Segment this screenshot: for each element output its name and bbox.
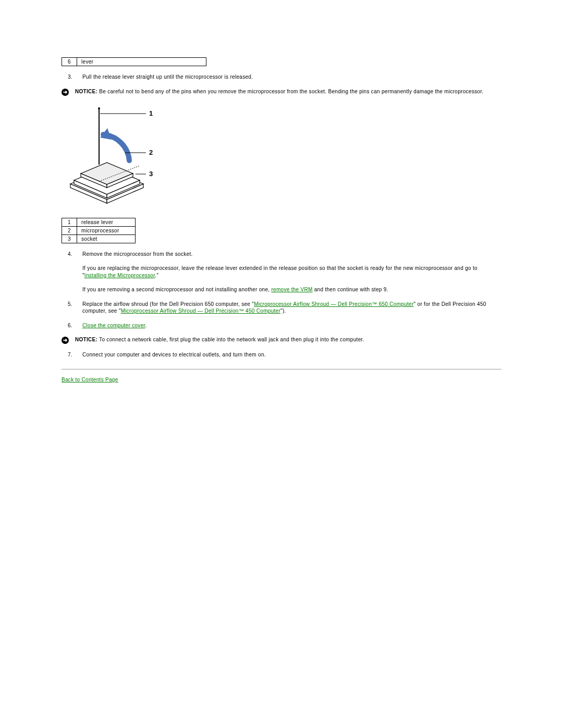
cell-label: release lever	[77, 218, 136, 226]
step-4-para-1: If you are replacing the microprocessor,…	[82, 265, 501, 279]
notice-body: Be careful not to bend any of the pins w…	[97, 89, 483, 94]
step-text: Replace the airflow shroud (for the Dell…	[82, 301, 501, 315]
step-4: 4. Remove the microprocessor from the so…	[68, 251, 501, 293]
notice-arrow-icon: ➔	[62, 89, 69, 96]
link-shroud-650[interactable]: Microprocessor Airflow Shroud — Dell Pre…	[254, 301, 413, 307]
callout-table-diagram: 1 release lever 2 microprocessor 3 socke…	[62, 218, 136, 243]
step-4-para-2: If you are removing a second microproces…	[82, 286, 501, 293]
link-remove-vrm[interactable]: remove the VRM	[271, 287, 312, 292]
table-row: 2 microprocessor	[62, 226, 136, 235]
cell-label: socket	[77, 235, 136, 243]
diagram-label-3: 3	[149, 170, 153, 178]
step-number: 3.	[68, 73, 77, 81]
table-row: 1 release lever	[62, 218, 136, 226]
cell-num: 1	[62, 218, 77, 226]
step-number: 6.	[68, 322, 77, 329]
table-row: 3 socket	[62, 235, 136, 243]
notice-label: NOTICE:	[75, 337, 97, 342]
step-text: Connect your computer and devices to ele…	[82, 351, 501, 359]
cell-label: microprocessor	[77, 226, 136, 235]
cell-num: 6	[62, 58, 77, 66]
table-row: 6 lever	[62, 58, 206, 66]
step-text: Pull the release lever straight up until…	[82, 73, 501, 81]
step-text: Close the computer cover.	[82, 322, 501, 329]
notice-label: NOTICE:	[75, 89, 97, 94]
link-back-to-contents[interactable]: Back to Contents Page	[62, 377, 118, 382]
divider	[62, 369, 501, 369]
link-installing-microprocessor[interactable]: Installing the Microprocessor	[84, 273, 155, 278]
notice-text: NOTICE: To connect a network cable, firs…	[75, 336, 501, 343]
link-shroud-450[interactable]: Microprocessor Airflow Shroud — Dell Pre…	[121, 308, 280, 314]
cell-num: 3	[62, 235, 77, 243]
diagram-label-1: 1	[149, 109, 153, 117]
notice-text: NOTICE: Be careful not to bend any of th…	[75, 88, 501, 95]
step-number: 7.	[68, 351, 77, 359]
step-6: 6. Close the computer cover.	[68, 322, 501, 329]
step-text: Remove the microprocessor from the socke…	[82, 251, 501, 258]
step-5: 5. Replace the airflow shroud (for the D…	[68, 301, 501, 315]
step-3: 3. Pull the release lever straight up un…	[68, 73, 501, 81]
link-close-cover[interactable]: Close the computer cover	[82, 323, 145, 328]
step-number: 4.	[68, 251, 77, 258]
notice-2: ➔ NOTICE: To connect a network cable, fi…	[62, 336, 501, 344]
callout-table-top: 6 lever	[62, 57, 206, 66]
cell-num: 2	[62, 226, 77, 235]
step-7: 7. Connect your computer and devices to …	[68, 351, 501, 359]
diagram-label-2: 2	[149, 149, 153, 156]
notice-1: ➔ NOTICE: Be careful not to bend any of …	[62, 88, 501, 96]
step-number: 5.	[68, 301, 77, 308]
notice-arrow-icon: ➔	[62, 337, 69, 344]
svg-point-10	[98, 107, 100, 109]
diagram-release-lever: 1 2 3	[63, 103, 501, 208]
notice-body: To connect a network cable, first plug t…	[97, 337, 364, 342]
cell-label: lever	[77, 58, 206, 66]
